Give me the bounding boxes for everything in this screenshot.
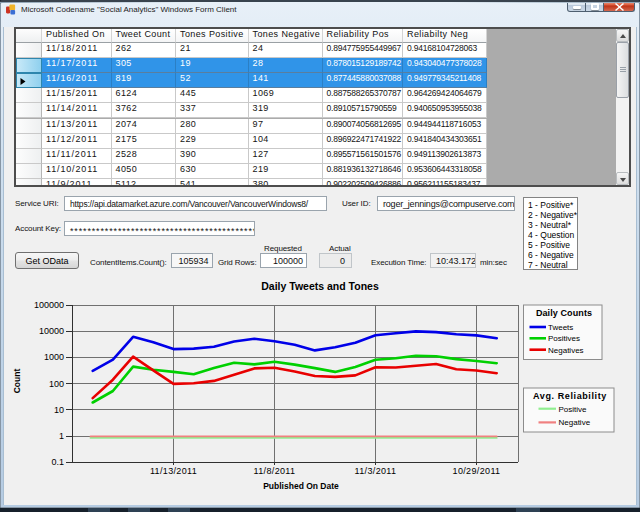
- svg-text:Negatives: Negatives: [548, 346, 584, 355]
- svg-text:Daily Counts: Daily Counts: [536, 308, 592, 318]
- svg-text:11/8/2011: 11/8/2011: [254, 466, 296, 476]
- svg-text:11/13/2011: 11/13/2011: [150, 466, 197, 476]
- svg-text:100000: 100000: [34, 300, 64, 310]
- svg-text:Positive: Positive: [559, 405, 588, 414]
- svg-text:Published On Date: Published On Date: [263, 481, 339, 491]
- svg-text:0.1: 0.1: [51, 457, 64, 467]
- svg-text:11/3/2011: 11/3/2011: [355, 466, 397, 476]
- svg-text:10/29/2011: 10/29/2011: [453, 466, 501, 476]
- svg-text:1000: 1000: [44, 352, 64, 362]
- svg-text:Count: Count: [12, 369, 22, 394]
- svg-text:Negative: Negative: [559, 418, 591, 427]
- svg-text:Avg. Reliability: Avg. Reliability: [533, 391, 607, 401]
- svg-text:100: 100: [49, 379, 64, 389]
- svg-text:10: 10: [54, 405, 64, 415]
- svg-text:Daily Tweets and Tones: Daily Tweets and Tones: [261, 280, 379, 292]
- svg-text:Tweets: Tweets: [548, 323, 573, 332]
- svg-text:1: 1: [59, 431, 64, 441]
- svg-text:10000: 10000: [39, 326, 64, 336]
- svg-text:Positives: Positives: [548, 334, 580, 343]
